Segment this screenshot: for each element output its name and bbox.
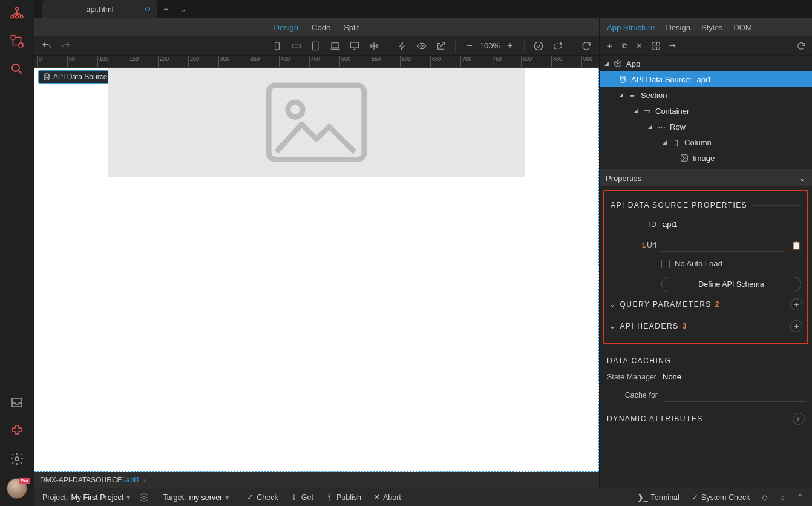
system-check-button[interactable]: ✓ System Check xyxy=(688,493,754,502)
database-icon xyxy=(42,73,51,81)
new-tab-button[interactable]: ＋ xyxy=(157,0,174,18)
svg-point-1 xyxy=(11,15,13,18)
view-code[interactable]: Code xyxy=(312,23,330,32)
tree-image[interactable]: Image xyxy=(600,150,812,166)
flash-icon[interactable] xyxy=(396,39,409,53)
user-avatar[interactable]: Pro xyxy=(7,478,27,499)
clipboard-icon[interactable]: 📋 xyxy=(791,241,801,250)
workflow-icon[interactable] xyxy=(8,33,25,50)
tree-api-data-source[interactable]: API Data Source:api1 xyxy=(600,71,812,87)
publish-button[interactable]: ⭱ Publish xyxy=(322,493,365,502)
device-mobile-icon[interactable] xyxy=(270,39,284,53)
view-mode-bar: Design Code Split xyxy=(34,18,599,36)
undo-button[interactable] xyxy=(40,39,53,53)
file-tab[interactable]: api.html xyxy=(42,0,157,18)
device-tablet-icon[interactable] xyxy=(309,39,323,53)
svg-point-0 xyxy=(16,7,18,10)
horizontal-ruler: 0501001502002503003504004505005506006507… xyxy=(34,56,599,68)
device-mobile-land-icon[interactable] xyxy=(290,39,303,53)
define-schema-button[interactable]: Define API Schema xyxy=(661,277,801,292)
svg-rect-11 xyxy=(332,42,339,47)
zoom-out-button[interactable]: − xyxy=(463,39,476,53)
device-responsive-icon[interactable] xyxy=(367,39,381,53)
tab-styles[interactable]: Styles xyxy=(701,23,722,32)
inbox-icon[interactable] xyxy=(8,395,25,412)
selection-label: API Data Source: xyxy=(53,73,110,81)
add-query-param-button[interactable]: ＋ xyxy=(790,298,802,310)
notifications-icon[interactable]: ◇ xyxy=(758,493,771,502)
project-settings-icon[interactable] xyxy=(139,493,149,502)
preview-icon[interactable] xyxy=(415,39,428,53)
project-selector[interactable]: Project: My First Project ▾ xyxy=(39,493,134,502)
add-element-button[interactable]: ＋ xyxy=(606,41,614,51)
status-bar: Project: My First Project ▾ Target: my s… xyxy=(34,488,812,506)
tree-container[interactable]: ◢▭Container xyxy=(600,103,812,119)
tree-column[interactable]: ◢▯Column xyxy=(600,134,812,150)
design-canvas[interactable]: API Data Source: api1 ⇡ ⇣ ❐ ✕ xyxy=(34,68,599,472)
tab-design[interactable]: Design xyxy=(666,23,690,32)
settings-icon[interactable] xyxy=(8,450,25,467)
move-right-button[interactable]: ↦ xyxy=(669,41,676,50)
properties-header[interactable]: Properties ⌄ xyxy=(600,169,812,186)
add-header-button[interactable]: ＋ xyxy=(790,320,802,332)
check-button[interactable]: ✓ Check xyxy=(243,493,281,502)
device-desktop-icon[interactable] xyxy=(348,39,361,53)
tab-dom[interactable]: DOM xyxy=(733,23,751,32)
no-auto-load-checkbox[interactable]: No Auto Load xyxy=(608,255,804,272)
remove-button[interactable]: ✕ xyxy=(636,41,643,50)
project-icon[interactable] xyxy=(8,5,25,22)
api-headers-section[interactable]: ⌄API HEADERS3 ＋ xyxy=(608,315,804,337)
svg-rect-20 xyxy=(652,47,655,50)
tab-app-structure[interactable]: App Structure xyxy=(607,23,655,32)
chevron-down-icon: ⌄ xyxy=(609,300,617,309)
validate-icon[interactable] xyxy=(532,39,545,53)
terminal-button[interactable]: ❯_ Terminal xyxy=(634,493,683,502)
modified-indicator xyxy=(145,7,150,12)
svg-point-14 xyxy=(534,42,543,50)
svg-rect-21 xyxy=(656,47,660,50)
target-selector[interactable]: Target: my server ▾ xyxy=(159,493,233,502)
design-toolbar: − 100% ＋ xyxy=(34,36,599,56)
svg-point-17 xyxy=(288,102,303,117)
open-browser-icon[interactable] xyxy=(434,39,448,53)
tree-section[interactable]: ◢≡Section xyxy=(600,87,812,103)
dynamic-attributes-section[interactable]: DYNAMIC ATTRIBUTES ＋ xyxy=(600,406,812,432)
structure-tree: ◢App API Data Source:api1 ◢≡Section ◢▭Co… xyxy=(600,56,812,166)
breadcrumb-base[interactable]: DMX-API-DATASOURCE xyxy=(40,476,122,484)
breadcrumb-id[interactable]: #api1 xyxy=(122,476,140,484)
svg-point-7 xyxy=(15,457,19,461)
svg-rect-12 xyxy=(350,42,359,48)
add-dyn-attr-button[interactable]: ＋ xyxy=(793,413,805,425)
refresh-tree-button[interactable] xyxy=(796,41,806,51)
cache-for-row: Cache for xyxy=(600,385,812,406)
abort-button[interactable]: ✕ Abort xyxy=(370,493,405,502)
svg-rect-5 xyxy=(19,43,23,47)
collapse-panel-icon[interactable]: ⌃ xyxy=(793,493,807,502)
view-design[interactable]: Design xyxy=(274,23,298,32)
device-laptop-icon[interactable] xyxy=(329,39,342,53)
zoom-level: 100% xyxy=(480,41,500,50)
tree-row-node[interactable]: ◢⋯Row xyxy=(600,119,812,134)
copy-button[interactable]: ⧉ xyxy=(622,41,627,51)
search-icon[interactable] xyxy=(8,61,25,77)
data-caching-title: DATA CACHING xyxy=(600,348,812,369)
layout-button[interactable] xyxy=(651,41,661,51)
props-title: API DATA SOURCE PROPERTIES xyxy=(608,195,804,214)
id-input[interactable] xyxy=(661,218,801,231)
view-split[interactable]: Split xyxy=(344,23,359,32)
tree-app[interactable]: ◢App xyxy=(600,56,812,71)
right-panel: App Structure Design Styles DOM ＋ ⧉ ✕ ↦ … xyxy=(599,18,812,488)
redo-button[interactable] xyxy=(59,39,73,53)
query-parameters-section[interactable]: ⌄QUERY PARAMETERS2 ＋ xyxy=(608,294,804,315)
sync-icon[interactable] xyxy=(551,39,565,53)
url-input[interactable] xyxy=(661,238,783,252)
bug-icon[interactable]: ⌂ xyxy=(776,493,788,502)
svg-rect-9 xyxy=(293,44,300,48)
get-button[interactable]: ⭳ Get xyxy=(287,493,317,502)
zoom-in-button[interactable]: ＋ xyxy=(503,39,517,53)
extensions-icon[interactable] xyxy=(8,422,25,439)
refresh-icon[interactable] xyxy=(580,39,593,53)
tab-menu-button[interactable]: ⌄ xyxy=(174,0,191,18)
state-manager-value[interactable]: None xyxy=(663,372,681,381)
cache-for-input[interactable] xyxy=(663,389,805,402)
